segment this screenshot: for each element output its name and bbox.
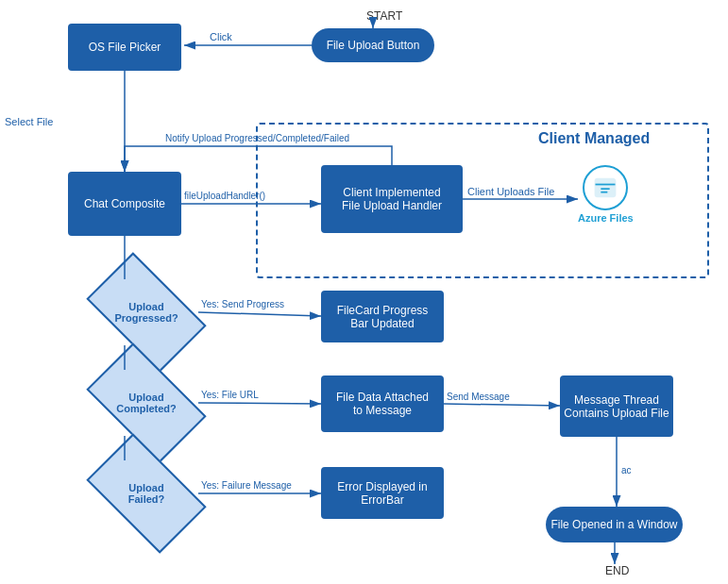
- upload-completed-diamond: Upload Completed?: [94, 370, 198, 436]
- end-label: END: [605, 564, 629, 577]
- azure-circle: [583, 165, 628, 210]
- upload-progressed-diamond: Upload Progressed?: [94, 279, 198, 345]
- send-message-label: Send Message: [447, 392, 510, 402]
- svg-line-14: [198, 403, 321, 404]
- os-file-picker: OS File Picker: [68, 24, 181, 71]
- svg-rect-0: [596, 179, 616, 197]
- yes-failure-label: Yes: Failure Message: [201, 480, 292, 491]
- yes-file-url-label: Yes: File URL: [201, 390, 259, 400]
- select-file-label: Select File: [5, 116, 53, 127]
- start-label: START: [366, 9, 402, 23]
- file-upload-button: File Upload Button: [312, 28, 434, 62]
- filecardprogress-node: FileCard Progress Bar Updated: [321, 291, 444, 342]
- upload-failed-diamond: Upload Failed?: [94, 460, 198, 526]
- error-displayed-node: Error Displayed in ErrorBar: [321, 467, 444, 519]
- diagram: Client Managed START File Upload Button …: [0, 0, 728, 584]
- file-upload-handler-label: fileUploadHandler(): [184, 191, 265, 201]
- azure-svg: [592, 175, 618, 201]
- client-impl-handler: Client Implemented File Upload Handler: [321, 165, 463, 233]
- file-opened-node: File Opened in a Window: [546, 507, 683, 542]
- client-managed-label: Client Managed: [538, 130, 650, 147]
- yes-send-progress-label: Yes: Send Progress: [201, 299, 284, 309]
- msg-thread-node: Message Thread Contains Upload File: [560, 375, 673, 437]
- svg-line-13: [198, 312, 321, 316]
- click-label: Click: [210, 31, 232, 42]
- chat-composite: Chat Composite: [68, 172, 181, 236]
- svg-line-16: [444, 404, 560, 406]
- azure-files-icon: Azure Files: [578, 165, 634, 224]
- ac-label: ac: [621, 465, 632, 476]
- file-data-attached-node: File Data Attached to Message: [321, 375, 444, 432]
- azure-files-label: Azure Files: [578, 212, 634, 224]
